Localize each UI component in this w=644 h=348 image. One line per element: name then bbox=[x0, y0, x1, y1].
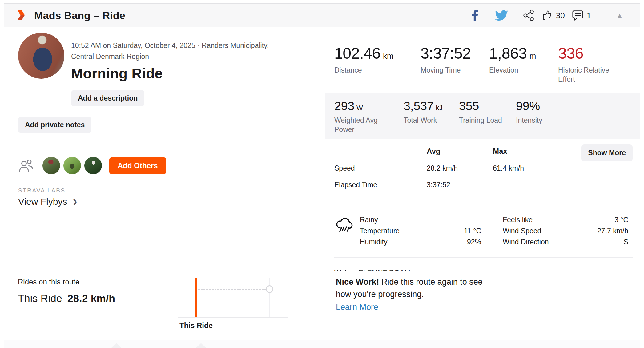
activity-summary-card: 10:52 AM on Saturday, October 4, 2025 · … bbox=[4, 27, 640, 271]
stat-label: Total Work bbox=[404, 116, 459, 125]
triangle-up-icon: ▲ bbox=[617, 12, 623, 19]
activity-meta: 10:52 AM on Saturday, October 4, 2025 · … bbox=[71, 40, 287, 106]
primary-stats-row: 102.46 km Distance 3:37:52 Moving Time 1… bbox=[325, 27, 640, 84]
rides-on-route-section: Rides on this route This Ride 28.2 km/h … bbox=[4, 271, 640, 340]
speed-max-value: 61.4 km/h bbox=[493, 164, 591, 181]
participant-avatar[interactable] bbox=[84, 157, 102, 174]
weather-value: 27.7 km/h bbox=[597, 225, 628, 236]
facebook-share-button[interactable] bbox=[462, 4, 488, 27]
column-header-max: Max bbox=[493, 147, 591, 164]
route-rides-chart: This Ride bbox=[4, 271, 640, 340]
add-private-notes-button[interactable]: Add private notes bbox=[18, 117, 91, 133]
share-icon bbox=[523, 9, 535, 22]
weather-condition-value bbox=[464, 214, 481, 225]
comment-icon bbox=[572, 10, 584, 21]
comment-count: 1 bbox=[587, 11, 591, 20]
encouragement-message: Nice Work! Ride this route again to see … bbox=[336, 276, 484, 300]
strava-labs-label: STRAVA LABS bbox=[18, 187, 325, 194]
stat-label: Distance bbox=[334, 65, 421, 75]
encouragement-bold: Nice Work! bbox=[336, 277, 379, 287]
weather-value: 92% bbox=[464, 236, 481, 247]
chart-x-axis bbox=[178, 317, 288, 318]
profile-row: 10:52 AM on Saturday, October 4, 2025 · … bbox=[18, 33, 325, 106]
weather-grid: Rainy Temperature 11 °C Humidity 92% Fee… bbox=[360, 214, 628, 247]
weather-section: Rainy Temperature 11 °C Humidity 92% Fee… bbox=[334, 205, 633, 247]
activity-header-bar: Mads Bang – Ride bbox=[4, 4, 640, 27]
weather-label: Wind Direction bbox=[503, 236, 597, 247]
weather-value: S bbox=[597, 236, 628, 247]
activity-timestamp: 10:52 AM on Saturday, October 4, 2025 · … bbox=[71, 40, 287, 62]
stat-label: Weighted Avg Power bbox=[334, 116, 385, 134]
chart-axis-label: This Ride bbox=[176, 321, 216, 330]
stat-label: Moving Time bbox=[421, 65, 489, 75]
collapse-header-button[interactable]: ▲ bbox=[599, 4, 640, 27]
thumbs-up-icon bbox=[541, 10, 553, 21]
weather-label: Temperature bbox=[360, 225, 464, 236]
learn-more-link[interactable]: Learn More bbox=[336, 301, 378, 313]
activity-details-column: 10:52 AM on Saturday, October 4, 2025 · … bbox=[4, 27, 325, 271]
stat-training-load: 355 Training Load bbox=[459, 99, 516, 134]
stat-value: 99% bbox=[516, 99, 540, 113]
stat-weighted-avg-power: 293 W Weighted Avg Power bbox=[334, 99, 404, 134]
column-header-avg: Avg bbox=[427, 147, 493, 164]
elapsed-time-max bbox=[493, 181, 591, 197]
show-more-button[interactable]: Show More bbox=[581, 144, 633, 161]
stat-label: Intensity bbox=[516, 116, 565, 125]
section-divider bbox=[18, 146, 314, 146]
group-people-icon bbox=[18, 159, 35, 173]
stat-label: Training Load bbox=[459, 116, 516, 125]
weather-label: Humidity bbox=[360, 236, 464, 247]
weather-condition: Rainy bbox=[360, 214, 464, 225]
kudos-button[interactable]: 30 bbox=[541, 10, 565, 21]
strava-logo-icon bbox=[14, 9, 27, 22]
row-label-speed: Speed bbox=[334, 164, 427, 181]
stat-value: 3:37:52 bbox=[421, 45, 471, 62]
rain-cloud-icon bbox=[334, 215, 354, 235]
stat-value: 102.46 bbox=[334, 45, 380, 62]
add-description-button[interactable]: Add a description bbox=[71, 90, 144, 106]
stat-total-work: 3,537 kJ Total Work bbox=[404, 99, 459, 134]
stat-intensity: 99% Intensity bbox=[516, 99, 565, 134]
twitter-share-button[interactable] bbox=[488, 4, 515, 27]
participant-avatar[interactable] bbox=[63, 157, 81, 174]
chart-point-marker bbox=[266, 285, 273, 293]
stat-value: 1,863 bbox=[489, 45, 527, 62]
stat-moving-time: 3:37:52 Moving Time bbox=[421, 45, 489, 84]
stat-value: 355 bbox=[459, 99, 479, 113]
view-flybys-link[interactable]: View Flybys ❯ bbox=[18, 196, 325, 207]
stat-historic-relative-effort: 336 Historic Relative Effort bbox=[558, 45, 635, 84]
weather-value: 3 °C bbox=[597, 214, 628, 225]
athlete-avatar[interactable] bbox=[18, 33, 64, 79]
activity-title: Morning Ride bbox=[71, 65, 287, 82]
participant-avatar[interactable] bbox=[42, 157, 60, 174]
page-title: Mads Bang – Ride bbox=[34, 10, 125, 22]
row-label-elapsed-time: Elapsed Time bbox=[334, 181, 427, 197]
weather-value: 11 °C bbox=[464, 225, 481, 236]
elapsed-time-value: 3:37:52 bbox=[427, 181, 493, 197]
chevron-right-icon: ❯ bbox=[72, 198, 78, 205]
social-action-group: 30 1 bbox=[515, 4, 599, 27]
stat-value: 3,537 bbox=[404, 99, 434, 113]
weather-label: Wind Speed bbox=[503, 225, 597, 236]
kudos-count: 30 bbox=[556, 11, 565, 20]
stat-value: 293 bbox=[334, 99, 354, 113]
stats-column: 102.46 km Distance 3:37:52 Moving Time 1… bbox=[325, 27, 640, 271]
page-frame: Mads Bang – Ride bbox=[4, 3, 640, 348]
avg-max-table: Avg Max Speed 28.2 km/h 61.4 km/h Elapse… bbox=[325, 139, 640, 197]
chart-dashed-reference-line bbox=[198, 289, 266, 290]
stat-value: 336 bbox=[558, 45, 583, 62]
header-actions: 30 1 ▲ bbox=[462, 4, 640, 27]
chart-this-ride-marker bbox=[195, 278, 197, 317]
twitter-icon bbox=[495, 10, 508, 21]
comments-button[interactable]: 1 bbox=[572, 10, 591, 21]
stat-elevation: 1,863 m Elevation bbox=[489, 45, 558, 84]
stat-unit: kJ bbox=[436, 104, 443, 112]
chart-gridline bbox=[269, 278, 270, 317]
stat-distance: 102.46 km Distance bbox=[334, 45, 421, 84]
share-button[interactable] bbox=[523, 9, 535, 22]
next-section-strip bbox=[4, 340, 640, 348]
add-others-button[interactable]: Add Others bbox=[109, 157, 166, 174]
stat-unit: m bbox=[529, 51, 536, 61]
watermark-chevron-icon bbox=[170, 343, 232, 348]
view-flybys-label: View Flybys bbox=[18, 196, 67, 207]
